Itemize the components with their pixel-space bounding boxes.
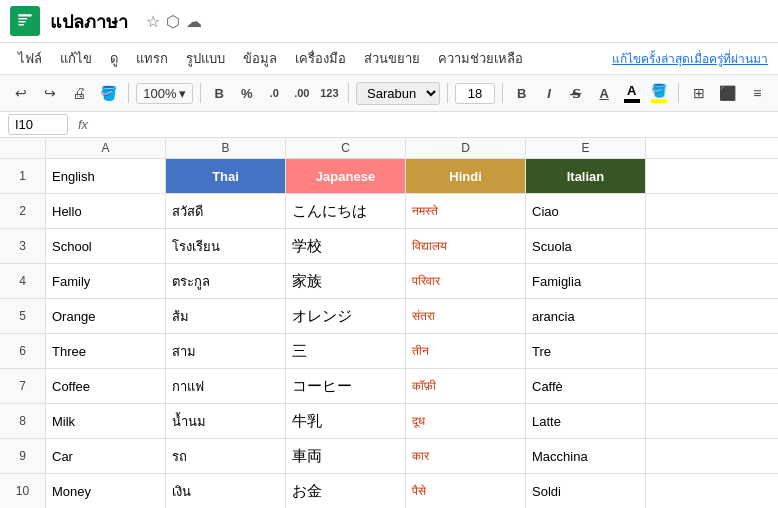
- cell-8-c[interactable]: 牛乳: [286, 404, 406, 438]
- cell-4-b[interactable]: ตระกูล: [166, 264, 286, 298]
- bold-text-button[interactable]: B: [510, 80, 534, 106]
- paintformat-button[interactable]: 🪣: [96, 79, 121, 107]
- cell-3-b[interactable]: โรงเรียน: [166, 229, 286, 263]
- row-num-1[interactable]: 1: [0, 159, 46, 193]
- doc-title[interactable]: แปลภาษา: [50, 7, 128, 36]
- strikethrough-button[interactable]: S̶: [565, 80, 589, 106]
- cell-9-b[interactable]: รถ: [166, 439, 286, 473]
- cell-6-a[interactable]: Three: [46, 334, 166, 368]
- menu-help[interactable]: ความช่วยเหลือ: [430, 45, 531, 72]
- cell-5-a[interactable]: Orange: [46, 299, 166, 333]
- cell-3-d[interactable]: विद्यालय: [406, 229, 526, 263]
- cell-6-c[interactable]: 三: [286, 334, 406, 368]
- menu-tools[interactable]: เครื่องมือ: [287, 45, 354, 72]
- row-num-4[interactable]: 4: [0, 264, 46, 298]
- menu-file[interactable]: ไฟล์: [10, 45, 50, 72]
- cell-10-d[interactable]: पैसे: [406, 474, 526, 508]
- borders-button[interactable]: ⊞: [686, 79, 711, 107]
- italic-text-button[interactable]: I: [537, 80, 561, 106]
- cell-5-c[interactable]: オレンジ: [286, 299, 406, 333]
- menu-view[interactable]: ดู: [102, 45, 126, 72]
- decimal-decrease-button[interactable]: .0: [263, 80, 287, 106]
- cell-6-d[interactable]: तीन: [406, 334, 526, 368]
- print-button[interactable]: 🖨: [67, 79, 92, 107]
- underline-button[interactable]: A: [592, 80, 616, 106]
- cell-4-c[interactable]: 家族: [286, 264, 406, 298]
- row-num-10[interactable]: 10: [0, 474, 46, 508]
- cell-4-a[interactable]: Family: [46, 264, 166, 298]
- decimal-increase-button[interactable]: .00: [290, 80, 314, 106]
- fill-color-button[interactable]: 🪣: [647, 80, 671, 106]
- redo-button[interactable]: ↪: [37, 79, 62, 107]
- col-header-a[interactable]: A: [46, 138, 166, 158]
- formula-input[interactable]: [98, 115, 770, 134]
- cell-3-c[interactable]: 学校: [286, 229, 406, 263]
- percent-button[interactable]: %: [235, 80, 259, 106]
- undo-button[interactable]: ↩: [8, 79, 33, 107]
- row-num-7[interactable]: 7: [0, 369, 46, 403]
- cell-4-d[interactable]: परिवार: [406, 264, 526, 298]
- cell-2-c[interactable]: こんにちは: [286, 194, 406, 228]
- cell-1-b[interactable]: Thai: [166, 159, 286, 193]
- menu-insert[interactable]: แทรก: [128, 45, 176, 72]
- col-header-e[interactable]: E: [526, 138, 646, 158]
- cell-10-b[interactable]: เงิน: [166, 474, 286, 508]
- menu-edit[interactable]: แก้ไข: [52, 45, 100, 72]
- cell-8-d[interactable]: दूध: [406, 404, 526, 438]
- cell-9-c[interactable]: 車両: [286, 439, 406, 473]
- cell-1-a[interactable]: English: [46, 159, 166, 193]
- cell-2-a[interactable]: Hello: [46, 194, 166, 228]
- font-selector[interactable]: Sarabun: [356, 82, 440, 105]
- cell-7-d[interactable]: कॉफ़ी: [406, 369, 526, 403]
- update-link[interactable]: แก้ไขครั้งล่าสุดเมื่อครู่ที่ผ่านมา: [612, 49, 768, 68]
- cell-7-e[interactable]: Caffè: [526, 369, 646, 403]
- cell-8-a[interactable]: Milk: [46, 404, 166, 438]
- cell-5-e[interactable]: arancia: [526, 299, 646, 333]
- cell-1-c[interactable]: Japanese: [286, 159, 406, 193]
- cell-8-b[interactable]: น้ำนม: [166, 404, 286, 438]
- font-size-input[interactable]: [455, 83, 495, 104]
- cell-2-d[interactable]: नमस्ते: [406, 194, 526, 228]
- cell-5-d[interactable]: संतरा: [406, 299, 526, 333]
- font-color-button[interactable]: A: [620, 80, 644, 106]
- row-num-8[interactable]: 8: [0, 404, 46, 438]
- cell-2-b[interactable]: สวัสดี: [166, 194, 286, 228]
- zoom-selector[interactable]: 100% ▾: [136, 83, 192, 104]
- col-header-c[interactable]: C: [286, 138, 406, 158]
- cell-1-d[interactable]: Hindi: [406, 159, 526, 193]
- cell-10-a[interactable]: Money: [46, 474, 166, 508]
- cell-6-b[interactable]: สาม: [166, 334, 286, 368]
- col-header-b[interactable]: B: [166, 138, 286, 158]
- row-num-9[interactable]: 9: [0, 439, 46, 473]
- cell-4-e[interactable]: Famiglia: [526, 264, 646, 298]
- cell-3-e[interactable]: Scuola: [526, 229, 646, 263]
- row-num-5[interactable]: 5: [0, 299, 46, 333]
- cell-2-e[interactable]: Ciao: [526, 194, 646, 228]
- menu-extensions[interactable]: ส่วนขยาย: [356, 45, 428, 72]
- more-button[interactable]: ≡: [745, 79, 770, 107]
- cell-7-b[interactable]: กาแฟ: [166, 369, 286, 403]
- drive-icon[interactable]: ⬡: [166, 12, 180, 31]
- row-num-6[interactable]: 6: [0, 334, 46, 368]
- merge-button[interactable]: ⬛: [715, 79, 740, 107]
- star-icon[interactable]: ☆: [146, 12, 160, 31]
- cell-7-a[interactable]: Coffee: [46, 369, 166, 403]
- row-num-2[interactable]: 2: [0, 194, 46, 228]
- row-num-3[interactable]: 3: [0, 229, 46, 263]
- cell-10-c[interactable]: お金: [286, 474, 406, 508]
- cell-3-a[interactable]: School: [46, 229, 166, 263]
- cell-5-b[interactable]: ส้ม: [166, 299, 286, 333]
- cell-6-e[interactable]: Tre: [526, 334, 646, 368]
- cell-9-d[interactable]: कार: [406, 439, 526, 473]
- cell-10-e[interactable]: Soldi: [526, 474, 646, 508]
- cell-9-e[interactable]: Macchina: [526, 439, 646, 473]
- bold-button[interactable]: B: [207, 80, 231, 106]
- cell-1-e[interactable]: Italian: [526, 159, 646, 193]
- name-box[interactable]: [8, 114, 68, 135]
- menu-data[interactable]: ข้อมูล: [235, 45, 285, 72]
- menu-format[interactable]: รูปแบบ: [178, 45, 233, 72]
- col-header-d[interactable]: D: [406, 138, 526, 158]
- cell-9-a[interactable]: Car: [46, 439, 166, 473]
- cell-7-c[interactable]: コーヒー: [286, 369, 406, 403]
- format-number-button[interactable]: 123: [318, 80, 342, 106]
